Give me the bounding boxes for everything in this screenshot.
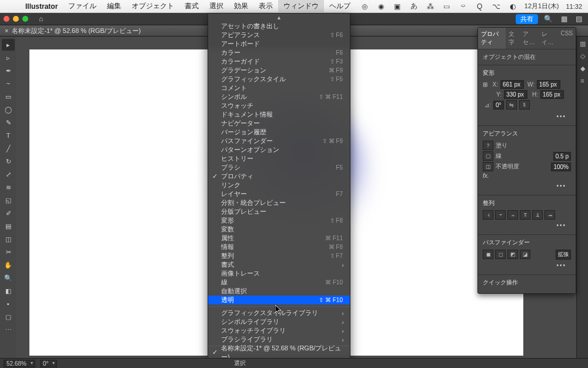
app-menu[interactable]: Illustrator — [20, 0, 63, 13]
angle-field[interactable]: 0° — [493, 101, 504, 110]
share-button[interactable]: 共有 — [516, 14, 538, 24]
cc-icon[interactable]: ◎ — [360, 2, 369, 11]
tab-close-icon[interactable]: × — [5, 27, 8, 34]
battery-icon[interactable]: ▭ — [442, 2, 452, 11]
flip-h-icon[interactable]: ⇋ — [506, 100, 517, 110]
menu-item[interactable]: リンク — [208, 181, 350, 190]
app-icon-1[interactable]: ▣ — [393, 2, 402, 11]
menu-item[interactable]: レイヤーF7 — [208, 190, 350, 198]
align-vcenter-icon[interactable]: ⫫ — [532, 210, 543, 220]
edit-toolbar-icon[interactable]: ⋯ — [2, 324, 15, 336]
menu-edit[interactable]: 編集 — [102, 0, 126, 13]
menu-type[interactable]: 書式 — [179, 0, 204, 13]
menu-item[interactable]: ブラシライブラリ — [208, 335, 350, 344]
spotlight-icon[interactable]: Q — [475, 2, 485, 11]
pf-expand-button[interactable]: 拡張 — [556, 250, 571, 260]
color-mode-icons[interactable]: ▪ — [2, 298, 15, 310]
eraser-tool[interactable]: ◫ — [2, 233, 15, 245]
shape-builder-tool[interactable]: ◱ — [2, 194, 15, 206]
align-top-icon[interactable]: ⫪ — [520, 210, 530, 220]
menu-item[interactable]: カラーガイド⇧ F3 — [208, 57, 350, 66]
pathfinder-more[interactable]: ••• — [483, 260, 571, 271]
paintbrush-tool[interactable]: ✎ — [2, 117, 15, 128]
rotate-view-dropdown[interactable]: 0° — [40, 360, 58, 367]
ellipse-tool[interactable]: ◯ — [2, 104, 15, 115]
menubar-date[interactable]: 12月1日(木) — [524, 2, 559, 11]
menu-item[interactable]: カラーF6 — [208, 48, 350, 57]
menu-item[interactable]: バージョン履歴 — [208, 128, 350, 137]
stroke-weight-field[interactable]: 0.5 p — [553, 152, 571, 161]
tab-layers[interactable]: レイ… — [539, 28, 557, 49]
menu-item[interactable]: 透明⇧ ⌘ F10 — [208, 296, 350, 304]
dock-icon-1[interactable]: ▥ — [580, 40, 586, 48]
menu-item[interactable]: 自動選択 — [208, 287, 350, 296]
pf-exclude-icon[interactable]: ◪ — [520, 250, 530, 259]
menu-select[interactable]: 選択 — [204, 0, 229, 13]
menu-view[interactable]: 表示 — [253, 0, 278, 13]
menu-item[interactable]: 画像トレース — [208, 269, 350, 278]
line-tool[interactable]: ╱ — [2, 142, 15, 154]
fx-label[interactable]: fx. — [483, 173, 489, 179]
direct-selection-tool[interactable]: ▹ — [2, 52, 15, 64]
tab-assets[interactable]: アセ… — [520, 28, 539, 49]
dock-icon-3[interactable]: ◆ — [580, 65, 585, 72]
menu-item[interactable]: ✓名称未設定-1* @ 52.68 % (RGB/プレビュー) — [208, 348, 350, 357]
menu-item[interactable]: アートボード — [208, 39, 350, 48]
rectangle-tool[interactable]: ▭ — [2, 91, 15, 102]
menu-object[interactable]: オブジェクト — [126, 0, 179, 13]
x-field[interactable]: 661 px — [500, 80, 524, 89]
menu-window[interactable]: ウィンドウ — [278, 0, 324, 13]
window-minimize-icon[interactable] — [13, 16, 19, 22]
menu-item[interactable]: 情報⌘ F8 — [208, 243, 350, 251]
w-field[interactable]: 165 px — [537, 80, 560, 89]
align-bottom-icon[interactable]: ⫬ — [544, 210, 555, 220]
selection-tool[interactable]: ▸ — [2, 39, 15, 51]
eyedropper-tool[interactable]: ✐ — [2, 207, 15, 219]
align-more[interactable]: ••• — [483, 220, 571, 231]
transform-more[interactable]: ••• — [483, 111, 571, 122]
dock-icon-4[interactable]: ≡ — [580, 77, 584, 84]
flip-v-icon[interactable]: ⥮ — [519, 100, 530, 110]
reference-point-icon[interactable]: ⊞ — [483, 81, 487, 88]
h-field[interactable]: 165 px — [540, 90, 564, 99]
screen-mode-icon[interactable]: ▢ — [2, 311, 15, 323]
rotate-tool[interactable]: ↻ — [2, 155, 15, 167]
pf-unite-icon[interactable]: ◼ — [483, 250, 493, 259]
menu-effect[interactable]: 効果 — [229, 0, 253, 13]
menu-item[interactable]: グラフィックスタイル⇧ F5 — [208, 75, 350, 84]
appearance-more[interactable]: ••• — [483, 180, 571, 191]
y-field[interactable]: 330 px — [504, 90, 527, 99]
menu-item[interactable]: 変形⇧ F8 — [208, 216, 350, 225]
menubar-time[interactable]: 11:32 — [566, 3, 582, 10]
window-zoom-icon[interactable] — [22, 16, 28, 22]
gradient-tool[interactable]: ▤ — [2, 220, 15, 232]
menu-scroll-up-icon[interactable]: ▲ — [208, 14, 350, 22]
window-close-icon[interactable] — [4, 16, 9, 22]
menu-item[interactable]: 属性⌘ F11 — [208, 234, 350, 243]
menu-item[interactable]: 変数 — [208, 225, 350, 234]
menu-item[interactable]: 線⌘ F10 — [208, 278, 350, 287]
fill-stroke-swatch[interactable]: ◧ — [2, 285, 15, 297]
menu-item[interactable]: アセットの書き出し — [208, 22, 350, 31]
menu-item[interactable]: スウォッチ — [208, 101, 350, 110]
zoom-dropdown[interactable]: 52.68% — [4, 360, 35, 367]
pf-minus-icon[interactable]: ◻ — [495, 250, 506, 259]
pf-intersect-icon[interactable]: ◩ — [507, 250, 518, 259]
home-icon[interactable]: ⌂ — [35, 15, 46, 23]
app-icon-2[interactable]: あ — [409, 2, 419, 11]
align-right-icon[interactable]: ⫠ — [507, 210, 518, 220]
menu-item[interactable]: グラデーション⌘ F9 — [208, 66, 350, 75]
menu-item[interactable]: ドキュメント情報 — [208, 110, 350, 119]
menu-item[interactable]: パスファインダー⇧ ⌘ F9 — [208, 137, 350, 145]
align-left-icon[interactable]: ⫞ — [483, 210, 493, 220]
menu-item[interactable]: 書式 — [208, 260, 350, 269]
menu-help[interactable]: ヘルプ — [324, 0, 356, 13]
menu-item[interactable]: スウォッチライブラリ — [208, 326, 350, 335]
opacity-swatch[interactable]: ◫ — [483, 162, 493, 171]
zoom-tool[interactable]: 🔍 — [2, 272, 15, 284]
arrange-icon[interactable]: ▦ — [559, 15, 570, 23]
hand-tool[interactable]: ✋ — [2, 259, 15, 271]
width-tool[interactable]: ≋ — [2, 181, 15, 193]
opacity-field[interactable]: 100% — [551, 163, 571, 171]
menu-item[interactable]: ナビゲーター — [208, 119, 350, 128]
